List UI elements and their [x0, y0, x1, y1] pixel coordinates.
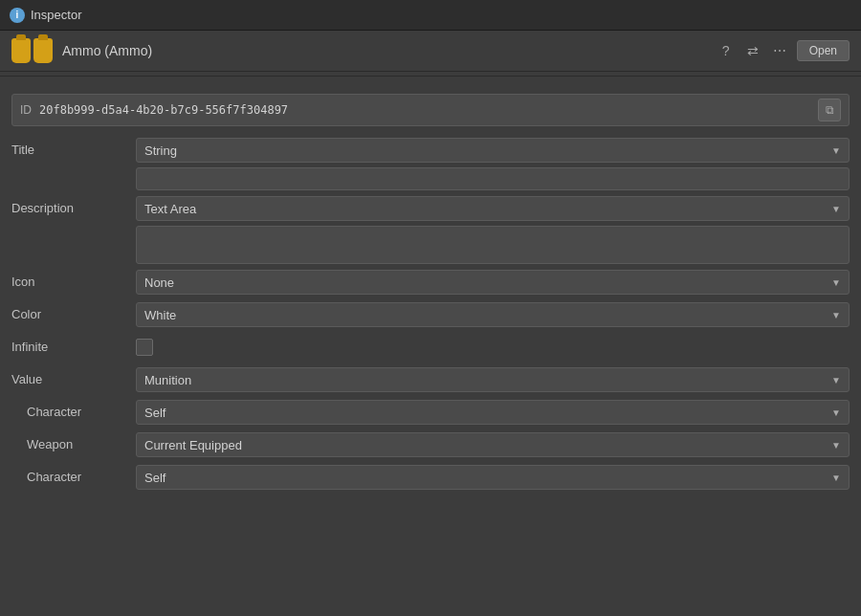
- icon-label: Icon: [11, 270, 136, 289]
- character1-dropdown[interactable]: Self ▼: [136, 400, 850, 425]
- inspector-title: Inspector: [31, 8, 81, 22]
- infinite-label: Infinite: [11, 335, 136, 354]
- icon-arrow: ▼: [831, 277, 841, 288]
- title-input[interactable]: [136, 167, 850, 190]
- character1-label: Character: [11, 400, 136, 419]
- character1-value: Self: [144, 406, 166, 420]
- object-header-right: ? ⇄ ⋯ Open: [717, 40, 850, 61]
- title-label: Title: [11, 138, 136, 157]
- value-value: Munition: [144, 373, 191, 387]
- character1-control: Self ▼: [136, 400, 850, 425]
- character2-label: Character: [11, 465, 136, 484]
- description-type-value: Text Area: [144, 202, 196, 216]
- help-button[interactable]: ?: [717, 41, 736, 60]
- character2-control: Self ▼: [136, 465, 850, 490]
- settings-button[interactable]: ⇄: [743, 41, 762, 60]
- infinite-control: [136, 335, 850, 356]
- weapon-value: Current Equipped: [144, 438, 242, 452]
- id-label: ID: [20, 103, 32, 117]
- title-type-dropdown[interactable]: String ▼: [136, 138, 850, 163]
- character1-arrow: ▼: [831, 407, 841, 418]
- character2-dropdown[interactable]: Self ▼: [136, 465, 850, 490]
- icon-row: Icon None ▼: [11, 270, 850, 297]
- character1-row: Character Self ▼: [11, 400, 850, 427]
- ammo-icon-left: [11, 38, 31, 63]
- title-type-arrow: ▼: [831, 145, 841, 156]
- weapon-control: Current Equipped ▼: [136, 432, 850, 457]
- color-label: Color: [11, 302, 136, 321]
- id-row: ID 20f8b999-d5a4-4b20-b7c9-556f7f304897 …: [11, 94, 850, 126]
- weapon-arrow: ▼: [831, 440, 841, 451]
- inspector-icon: i: [10, 8, 25, 23]
- color-arrow: ▼: [831, 310, 841, 320]
- description-row: Description Text Area ▼: [11, 196, 850, 264]
- header-divider: [0, 76, 861, 77]
- icon-control: None ▼: [136, 270, 850, 295]
- value-dropdown[interactable]: Munition ▼: [136, 367, 850, 392]
- value-control: Munition ▼: [136, 367, 850, 392]
- object-header-left: Ammo (Ammo): [11, 38, 152, 63]
- value-row: Value Munition ▼: [11, 367, 850, 394]
- value-label: Value: [11, 367, 136, 386]
- character2-value: Self: [144, 471, 166, 485]
- icon-dropdown[interactable]: None ▼: [136, 270, 850, 295]
- infinite-checkbox[interactable]: [136, 339, 153, 356]
- infinite-row: Infinite: [11, 335, 850, 362]
- title-type-value: String: [144, 143, 177, 158]
- ammo-icon-right: [33, 38, 53, 63]
- inspector-header: i Inspector: [0, 0, 861, 31]
- more-button[interactable]: ⋯: [770, 41, 789, 60]
- weapon-label: Weapon: [11, 432, 136, 451]
- id-value: 20f8b999-d5a4-4b20-b7c9-556f7f304897: [39, 103, 810, 117]
- color-dropdown[interactable]: White ▼: [136, 302, 850, 327]
- weapon-row: Weapon Current Equipped ▼: [11, 432, 850, 459]
- open-button[interactable]: Open: [797, 40, 850, 61]
- character2-arrow: ▼: [831, 473, 841, 483]
- copy-id-button[interactable]: ⧉: [818, 99, 841, 121]
- description-label: Description: [11, 196, 136, 215]
- inspector-content: ID 20f8b999-d5a4-4b20-b7c9-556f7f304897 …: [0, 84, 861, 507]
- description-type-dropdown[interactable]: Text Area ▼: [136, 196, 850, 221]
- ammo-icon-container: [11, 38, 53, 63]
- color-control: White ▼: [136, 302, 850, 327]
- description-control: Text Area ▼: [136, 196, 850, 264]
- object-header: Ammo (Ammo) ? ⇄ ⋯ Open: [0, 31, 861, 72]
- title-control: String ▼: [136, 138, 850, 190]
- description-type-arrow: ▼: [831, 204, 841, 214]
- title-row: Title String ▼: [11, 138, 850, 190]
- object-name: Ammo (Ammo): [62, 43, 152, 58]
- color-row: Color White ▼: [11, 302, 850, 329]
- character2-row: Character Self ▼: [11, 465, 850, 492]
- color-value: White: [144, 308, 176, 322]
- icon-value: None: [144, 275, 174, 290]
- weapon-dropdown[interactable]: Current Equipped ▼: [136, 432, 850, 457]
- value-arrow: ▼: [831, 375, 841, 385]
- description-input[interactable]: [136, 226, 850, 264]
